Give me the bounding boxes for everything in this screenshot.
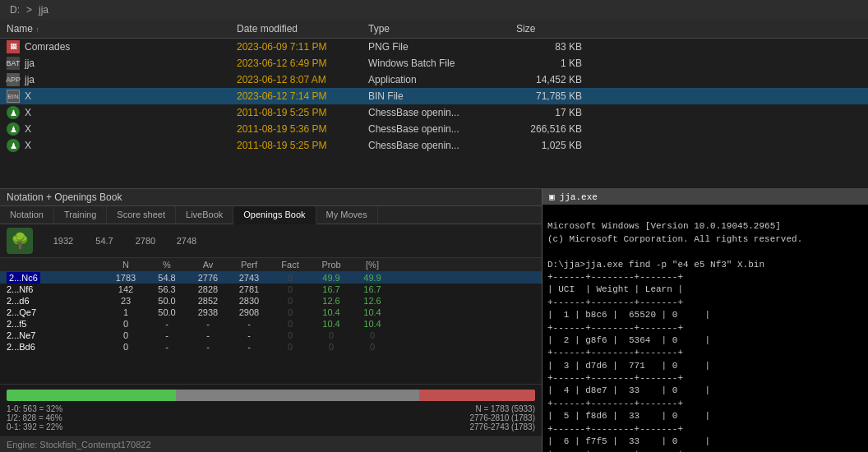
col-name[interactable]: Name ↑ [7,23,237,35]
table-row[interactable]: APP jja 2023-06-12 8:07 AM Application 1… [0,71,868,88]
path-drive: D: [10,4,20,16]
move-name: 2...Nf6 [7,284,105,294]
move-name: 2...Ne7 [7,330,105,340]
file-name: ♟ X [7,122,237,136]
move-name: 2...Bd6 [7,342,105,352]
terminal-title: jja.exe [560,192,598,202]
move-row-f5[interactable]: 2...f5 0 - - - 0 10.4 10.4 [0,318,542,330]
total-av: 2780 [125,236,166,246]
tab-livebook[interactable]: LiveBook [176,206,233,224]
tree-icon: 🌳 [7,228,33,254]
engine-name: Engine: Stockfish_Contempt170822 [7,440,151,450]
move-name: 2...Nc6 [7,273,105,283]
move-row-ne7[interactable]: 2...Ne7 0 - - - 0 0 0 [0,330,542,341]
engine-bar: Engine: Stockfish_Contempt170822 [0,436,542,452]
title-bar: D: > jja [0,0,868,20]
table-row[interactable]: BIN X 2023-06-12 7:14 PM BIN File 71,785… [0,88,868,104]
progress-bar-area: 1-0: 563 = 32% N = 1783 (5933) 1/2: 828 … [0,384,542,436]
table-row[interactable]: ♟ X 2011-08-19 5:25 PM ChessBase openin.… [0,104,868,121]
move-row-bd6[interactable]: 2...Bd6 0 - - - 0 0 0 [0,341,542,353]
bottom-area: Notation + Openings Book Notation Traini… [0,189,868,452]
terminal-icon: ▣ [549,191,555,202]
totals-row: 1932 54.7 2780 2748 [43,236,535,246]
move-row-nc6[interactable]: 2...Nc6 1783 54.8 2776 2743 0 49.9 49.9 [0,272,542,284]
file-table-header: Name ↑ Date modified Type Size [0,20,868,39]
draw-stat: 1/2: 828 = 46% [7,413,62,422]
bar-win [7,390,176,401]
file-name: APP jja [7,73,237,86]
notation-panel: Notation + Openings Book Notation Traini… [0,189,542,452]
progress-stats: 1-0: 563 = 32% N = 1783 (5933) [7,404,535,413]
openings-col-headers: N % Av Perf Fact Prob [%] [0,258,542,272]
terminal-title-bar: ▣ jja.exe [542,189,868,205]
progress-stats3: 0-1: 392 = 22% 2776-2743 (1783) [7,422,535,431]
win-stat: 1-0: 563 = 32% [7,404,62,413]
file-name: BIN X [7,90,237,103]
openings-spacer [0,353,542,384]
terminal-panel: ▣ jja.exe Microsoft Windows [Version 10.… [542,189,868,452]
file-icon-app: APP [7,73,20,86]
tab-my-moves[interactable]: My Moves [316,206,378,224]
file-icon-chess: ♟ [7,122,20,136]
path-sep: > [26,4,32,16]
range1-stat: 2776-2810 (1783) [469,413,535,422]
total-n: 1932 [43,236,84,246]
table-row[interactable]: ♟ X 2011-08-19 5:25 PM ChessBase openin.… [0,137,868,154]
file-name: ♟ X [7,106,237,119]
tab-training[interactable]: Training [54,206,107,224]
tab-notation[interactable]: Notation [0,206,54,224]
move-name: 2...f5 [7,319,105,329]
file-explorer: D: > jja Name ↑ Date modified Type Size … [0,0,868,189]
notation-panel-title: Notation + Openings Book [0,189,542,206]
col-date[interactable]: Date modified [237,23,368,35]
terminal-content[interactable]: Microsoft Windows [Version 10.0.19045.29… [542,205,868,452]
file-icon-bat: BAT [7,57,20,70]
move-name: 2...Qe7 [7,307,105,317]
col-type[interactable]: Type [368,23,516,35]
table-row[interactable]: ♟ X 2011-08-19 5:36 PM ChessBase openin.… [0,121,868,137]
notation-tabs: Notation Training Score sheet LiveBook O… [0,206,542,224]
path-folder: jja [39,4,48,16]
table-row[interactable]: 🖼 Comrades 2023-06-09 7:11 PM PNG File 8… [0,39,868,55]
range2-stat: 2776-2743 (1783) [469,422,535,431]
move-row-d6[interactable]: 2...d6 23 50.0 2852 2830 0 12.6 12.6 [0,295,542,307]
file-name: ♟ X [7,139,237,152]
bar-loss [419,390,535,401]
total-perf: 2748 [166,236,207,246]
move-row-nf6[interactable]: 2...Nf6 142 56.3 2828 2781 0 16.7 16.7 [0,284,542,295]
file-icon-bin: BIN [7,90,20,103]
col-size[interactable]: Size [516,23,582,35]
loss-stat: 0-1: 392 = 22% [7,422,62,431]
file-icon-png: 🖼 [7,40,20,53]
table-row[interactable]: BAT jja 2023-06-12 6:49 PM Windows Batch… [0,55,868,71]
progress-stats2: 1/2: 828 = 46% 2776-2810 (1783) [7,413,535,422]
progress-bar [7,390,535,401]
move-name: 2...d6 [7,296,105,306]
n-stat: N = 1783 (5933) [475,404,535,413]
bar-draw [176,390,419,401]
total-pct: 54.7 [84,236,125,246]
openings-content: 🌳 1932 54.7 2780 2748 N % Av Perf Fac [0,224,542,452]
file-name: BAT jja [7,57,237,70]
file-name: 🖼 Comrades [7,40,237,53]
tab-score-sheet[interactable]: Score sheet [107,206,176,224]
tab-openings-book[interactable]: Openings Book [233,206,316,224]
terminal-line-1: Microsoft Windows [Version 10.0.19045.29… [547,221,802,452]
move-row-qe7[interactable]: 2...Qe7 1 50.0 2938 2908 0 10.4 10.4 [0,307,542,318]
file-icon-chess: ♟ [7,139,20,152]
file-icon-chess: ♟ [7,106,20,119]
